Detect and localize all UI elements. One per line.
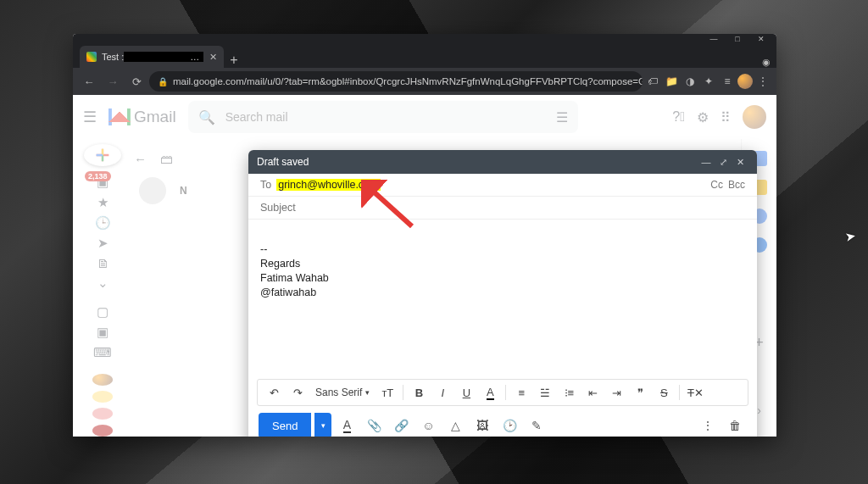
browser-tab[interactable]: Test :████████████ - G ✕ (80, 46, 224, 68)
cc-link[interactable]: Cc (710, 179, 723, 191)
insert-link-icon[interactable]: 🔗 (389, 414, 413, 437)
insert-drive-icon[interactable]: △ (443, 414, 467, 437)
compose-minimize-icon[interactable]: — (698, 157, 715, 167)
quote-icon[interactable]: ❞ (629, 381, 651, 403)
gmail-favicon-icon (86, 52, 97, 62)
compose-body[interactable]: -- Regards Fatima Wahab @fatiwahab (248, 220, 757, 379)
new-tab-button[interactable]: + (224, 53, 244, 68)
window-close-button[interactable]: ✕ (749, 34, 773, 44)
formatting-toolbar: ↶ ↷ Sans Serif ▾ тT B I U A ≡ ☱ ⁝≡ ⇤ ⇥ ❞… (257, 379, 748, 406)
tab-strip: Test :████████████ - G ✕ + ◉ (73, 44, 776, 68)
undo-icon[interactable]: ↶ (263, 381, 285, 403)
extension-icon[interactable]: ◑ (682, 73, 698, 90)
redo-icon[interactable]: ↷ (287, 381, 309, 403)
attach-file-icon[interactable]: 📎 (362, 414, 386, 437)
tab-close-icon[interactable]: ✕ (209, 52, 217, 63)
remove-formatting-icon[interactable]: T✕ (684, 381, 706, 403)
insert-signature-icon[interactable]: ✎ (525, 414, 548, 437)
send-options-button[interactable]: ▾ (314, 413, 331, 437)
url-text: mail.google.com/mail/u/0/?tab=rm&ogbl#in… (173, 76, 643, 86)
extension-icon[interactable]: 🏷 (644, 73, 661, 90)
compose-title: Draft saved (257, 156, 698, 168)
toolbar-separator (679, 385, 680, 400)
confidential-mode-icon[interactable]: 🕑 (498, 414, 521, 437)
bcc-link[interactable]: Bcc (728, 179, 745, 191)
lock-icon: 🔒 (158, 77, 168, 86)
text-format-icon[interactable]: A (335, 414, 359, 437)
chrome-window: — □ ✕ Test :████████████ - G ✕ + ◉ ← → ⟳… (73, 34, 776, 437)
compose-fullscreen-icon[interactable]: ⤢ (715, 157, 732, 168)
to-label: To (260, 179, 271, 191)
tab-title: Test :████████████ - G (102, 52, 204, 62)
insert-emoji-icon[interactable]: ☺ (416, 414, 440, 437)
compose-to-row[interactable]: To grinch@whoville.com Cc Bcc (248, 174, 757, 197)
bulleted-list-icon[interactable]: ⁝≡ (558, 381, 580, 403)
discard-draft-icon[interactable]: 🗑 (723, 414, 747, 437)
bold-icon[interactable]: B (408, 381, 430, 403)
italic-icon[interactable]: I (431, 381, 453, 403)
extension-icon[interactable]: ≡ (719, 73, 736, 90)
recipient-chip[interactable]: grinch@whoville.com (276, 179, 380, 191)
signature-line: Regards (260, 257, 745, 271)
insert-photo-icon[interactable]: 🖼 (470, 414, 494, 437)
extensions-puzzle-icon[interactable]: ✦ (700, 73, 717, 90)
toolbar-separator (505, 385, 506, 400)
window-maximize-button[interactable]: □ (726, 34, 749, 44)
window-minimize-button[interactable]: — (702, 34, 726, 44)
nav-forward-button[interactable]: → (102, 70, 124, 92)
window-titlebar: — □ ✕ (73, 34, 776, 44)
toolbar-separator (403, 385, 403, 400)
indent-less-icon[interactable]: ⇤ (581, 381, 604, 403)
nav-back-button[interactable]: ← (78, 70, 100, 92)
signature-separator: -- (260, 242, 745, 257)
chrome-menu-icon[interactable]: ⋮ (754, 73, 771, 90)
media-control-icon[interactable]: ◉ (756, 57, 776, 68)
underline-icon[interactable]: U (455, 381, 477, 403)
indent-more-icon[interactable]: ⇥ (605, 381, 627, 403)
subject-input[interactable] (260, 202, 745, 214)
compose-dialog: Draft saved — ⤢ ✕ To grinch@whoville.com… (248, 150, 757, 437)
compose-subject-row[interactable] (248, 197, 757, 220)
compose-actions: Send ▾ A 📎 🔗 ☺ △ 🖼 🕑 ✎ ⋮ 🗑 (248, 413, 757, 437)
extension-tray: 🏷 📁 ◑ ✦ ≡ ⋮ (644, 73, 771, 90)
omnibox[interactable]: 🔒 mail.google.com/mail/u/0/?tab=rm&ogbl#… (149, 71, 643, 92)
align-icon[interactable]: ≡ (510, 381, 532, 403)
compose-header[interactable]: Draft saved — ⤢ ✕ (248, 150, 757, 174)
font-family-select[interactable]: Sans Serif ▾ (310, 381, 375, 403)
more-options-icon[interactable]: ⋮ (696, 414, 720, 437)
text-color-icon[interactable]: A (479, 381, 501, 403)
font-size-icon[interactable]: тT (376, 381, 398, 403)
send-button[interactable]: Send (259, 413, 311, 437)
nav-reload-button[interactable]: ⟳ (125, 70, 147, 92)
numbered-list-icon[interactable]: ☱ (534, 381, 556, 403)
extension-icon[interactable]: 📁 (663, 73, 680, 90)
strikethrough-icon[interactable]: S (653, 381, 675, 403)
profile-avatar-icon[interactable] (737, 74, 753, 89)
address-bar: ← → ⟳ 🔒 mail.google.com/mail/u/0/?tab=rm… (73, 68, 776, 95)
compose-close-icon[interactable]: ✕ (732, 157, 748, 168)
signature-line: Fatima Wahab (260, 271, 745, 286)
signature-line: @fatiwahab (260, 286, 745, 300)
